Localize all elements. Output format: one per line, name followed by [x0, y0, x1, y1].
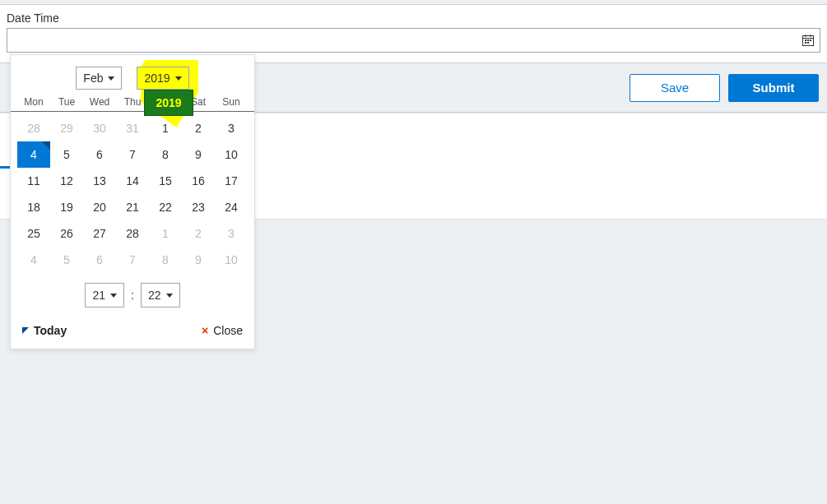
time-separator: :	[131, 289, 134, 302]
month-select[interactable]: Feb	[76, 67, 122, 90]
submit-button[interactable]: Submit	[728, 74, 819, 102]
day-cell[interactable]: 29	[50, 115, 83, 141]
minute-select[interactable]: 22	[141, 283, 180, 307]
today-marker-icon	[22, 327, 29, 334]
day-cell[interactable]: 9	[182, 141, 215, 168]
day-cell[interactable]: 28	[116, 220, 149, 247]
day-cell[interactable]: 26	[50, 220, 83, 247]
save-button[interactable]: Save	[630, 74, 720, 102]
day-cell[interactable]: 4	[17, 141, 50, 168]
day-cell[interactable]: 2	[182, 115, 215, 141]
weekday-header: Mon Tue Wed Thu Fri Sat Sun	[11, 96, 254, 112]
day-cell[interactable]: 8	[149, 247, 182, 273]
chevron-down-icon	[110, 294, 117, 298]
year-dropdown-option[interactable]: 2019	[144, 90, 193, 116]
day-cell[interactable]: 19	[50, 194, 83, 220]
day-cell[interactable]: 24	[215, 194, 248, 220]
day-cell[interactable]: 22	[149, 194, 182, 220]
today-button[interactable]: Today	[22, 324, 67, 337]
datetime-input[interactable]	[12, 30, 801, 51]
field-label: Date Time	[7, 12, 820, 25]
day-cell[interactable]: 16	[182, 168, 215, 194]
day-cell[interactable]: 4	[17, 247, 50, 273]
day-cell[interactable]: 7	[116, 141, 149, 168]
datepicker-footer: Today × Close	[11, 316, 254, 347]
day-cell[interactable]: 17	[215, 168, 248, 194]
day-cell[interactable]: 21	[116, 194, 149, 220]
day-cell[interactable]: 3	[215, 220, 248, 247]
datepicker-popup: Feb 2019 2019 Mon Tue Wed Thu Fri Sat Su…	[10, 54, 255, 349]
day-cell[interactable]: 8	[149, 141, 182, 168]
day-cell[interactable]: 13	[83, 168, 116, 194]
day-cell[interactable]: 7	[116, 247, 149, 273]
day-cell[interactable]: 1	[149, 220, 182, 247]
minute-value: 22	[148, 289, 161, 302]
calendar-icon[interactable]	[801, 34, 815, 47]
day-cell[interactable]: 18	[17, 194, 50, 220]
svg-rect-4	[805, 39, 806, 41]
day-cell[interactable]: 6	[83, 141, 116, 168]
datepicker-header: Feb 2019	[11, 55, 254, 96]
day-cell[interactable]: 6	[83, 247, 116, 273]
dow-sun: Sun	[215, 96, 248, 108]
day-cell[interactable]: 23	[182, 194, 215, 220]
dow-tue: Tue	[50, 96, 83, 108]
svg-rect-6	[810, 39, 811, 41]
close-button[interactable]: × Close	[202, 324, 243, 337]
day-cell[interactable]: 10	[215, 141, 248, 168]
svg-rect-7	[805, 42, 806, 44]
time-row: 21 : 22	[11, 278, 254, 316]
day-cell[interactable]: 5	[50, 141, 83, 168]
day-cell[interactable]: 3	[215, 115, 248, 141]
day-cell[interactable]: 10	[215, 247, 248, 273]
dow-mon: Mon	[17, 96, 50, 108]
day-cell[interactable]: 14	[116, 168, 149, 194]
day-cell[interactable]: 20	[83, 194, 116, 220]
day-cell[interactable]: 11	[17, 168, 50, 194]
chevron-down-icon	[108, 76, 114, 81]
day-cell[interactable]: 31	[116, 115, 149, 141]
close-icon: ×	[202, 324, 208, 337]
svg-rect-5	[807, 39, 809, 41]
calendar-grid: 2829303112345678910111213141516171819202…	[11, 112, 254, 278]
datetime-input-wrapper[interactable]	[7, 28, 820, 53]
day-cell[interactable]: 15	[149, 168, 182, 194]
day-cell[interactable]: 2	[182, 220, 215, 247]
svg-rect-8	[807, 42, 809, 44]
day-cell[interactable]: 27	[83, 220, 116, 247]
year-select-value: 2019	[144, 72, 170, 85]
dow-wed: Wed	[83, 96, 116, 108]
day-cell[interactable]: 25	[17, 220, 50, 247]
day-cell[interactable]: 5	[50, 247, 83, 273]
day-cell[interactable]: 9	[182, 247, 215, 273]
chevron-down-icon	[166, 294, 173, 298]
month-select-value: Feb	[83, 72, 103, 85]
day-cell[interactable]: 1	[149, 115, 182, 141]
today-label: Today	[34, 324, 67, 337]
year-select[interactable]: 2019	[137, 67, 188, 90]
day-cell[interactable]: 30	[83, 115, 116, 141]
hour-value: 21	[92, 289, 105, 302]
day-cell[interactable]: 28	[17, 115, 50, 141]
close-label: Close	[213, 324, 243, 337]
chevron-down-icon	[175, 76, 182, 81]
day-cell[interactable]: 12	[50, 168, 83, 194]
hour-select[interactable]: 21	[85, 283, 124, 307]
